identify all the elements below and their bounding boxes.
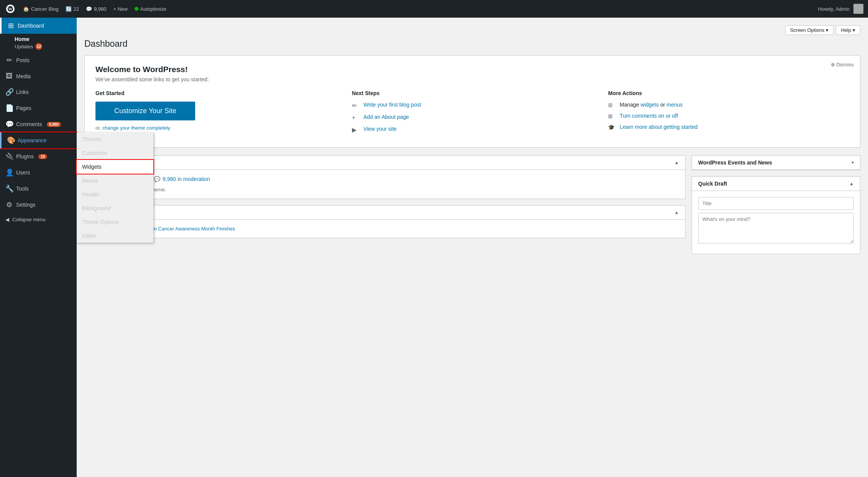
manage-icon: ⊞ [608, 102, 616, 108]
collapse-menu-item[interactable]: ◀ Collapse menu [0, 213, 77, 226]
submenu-theme-options[interactable]: Theme Options [77, 215, 153, 229]
more-action-2: ⊠ Turn comments on or off [608, 113, 849, 119]
view-site-link[interactable]: View your site [363, 126, 397, 132]
learn-icon: 🎓 [608, 124, 616, 130]
add-icon: + [352, 114, 360, 121]
next-step-2: + Add an About page [352, 114, 593, 121]
comment-count-icon: 💬 [154, 176, 160, 182]
comments-icon: 💬 [86, 6, 92, 12]
adminbar-comments[interactable]: 💬 9,980 [86, 6, 107, 12]
add-about-page-link[interactable]: Add an About page [363, 114, 409, 120]
next-steps-title: Next Steps [352, 90, 593, 96]
adminbar-new[interactable]: + New [113, 6, 128, 12]
comments-badge: 9,980 [47, 122, 61, 127]
menus-link[interactable]: menus [667, 102, 683, 108]
submenu-menus[interactable]: Menus [77, 174, 153, 188]
tools-icon: 🔧 [5, 184, 13, 193]
howdy-text: Howdy, Admin [818, 6, 850, 12]
adminbar-updates[interactable]: 🔄 22 [66, 6, 79, 12]
recent-post-link[interactable]: Colon Cancer Awareness Month Finishes [144, 226, 235, 232]
dismiss-button[interactable]: ⊗ Dismiss [831, 62, 854, 67]
quick-draft-widget: Quick Draft ▲ [692, 176, 860, 254]
change-theme-link[interactable]: change your theme completely [102, 125, 170, 131]
sidebar-item-pages[interactable]: 📄 Pages [0, 100, 77, 116]
welcome-col-next-steps: Next Steps ✏ Write your first blog post … [352, 90, 593, 138]
media-icon: 🖼 [5, 72, 13, 80]
comments-count-link[interactable]: 9,980 in moderation [163, 176, 210, 182]
dashboard-right-col: WordPress Events and News ▾ Quick Draft … [692, 155, 860, 260]
sidebar-item-users[interactable]: 👤 Users [0, 164, 77, 181]
at-a-glance-header[interactable]: At a Glance ▲ [85, 156, 685, 170]
sidebar-item-posts[interactable]: ✏ Posts [0, 52, 77, 68]
screen-options-button[interactable]: Screen Options ▾ [785, 25, 834, 35]
view-icon: ▶ [352, 126, 360, 133]
events-widget: WordPress Events and News ▾ [692, 155, 860, 170]
submenu-header[interactable]: Header [77, 188, 153, 201]
quick-draft-title: Quick Draft [698, 181, 727, 187]
plugins-icon: 🔌 [5, 152, 13, 161]
wp-logo[interactable]: W [5, 3, 16, 15]
recently-published-toggle: ▲ [674, 210, 679, 215]
sidebar-home-section: Home Updates 22 [0, 34, 77, 52]
comments-toggle-link[interactable]: Turn comments on or off [620, 113, 678, 119]
submenu-widgets[interactable]: Widgets [77, 160, 153, 174]
updates-icon: 🔄 [66, 6, 72, 12]
recently-published-header[interactable]: Recently Published ▲ [85, 206, 685, 220]
quick-draft-body-input[interactable] [698, 213, 854, 243]
submenu-themes[interactable]: Themes [77, 132, 153, 146]
posts-icon: ✏ [5, 56, 13, 64]
sidebar-item-settings[interactable]: ⚙ Settings [0, 197, 77, 213]
next-step-1: ✏ Write your first blog post [352, 102, 593, 109]
learn-more-link[interactable]: Learn more about getting started [620, 124, 697, 130]
submenu-customize[interactable]: Customize [77, 146, 153, 160]
submenu-editor[interactable]: Editor [77, 229, 153, 243]
users-icon: 👤 [5, 168, 13, 177]
more-action-3: 🎓 Learn more about getting started [608, 124, 849, 130]
sidebar: ⊞ Dashboard Home Updates 22 ✏ Posts 🖼 Me… [0, 18, 77, 477]
submenu-background[interactable]: Background [77, 201, 153, 215]
sidebar-item-plugins[interactable]: 🔌 Plugins 18 [0, 148, 77, 164]
recently-published-body: Mar 29th 2015, 11:54 pm Colon Cancer Awa… [85, 220, 685, 238]
collapse-icon: ◀ [5, 217, 9, 222]
sidebar-item-comments[interactable]: 💬 Comments 9,980 [0, 116, 77, 132]
autoptimize-dot [135, 7, 138, 11]
sidebar-appearance-wrapper: 🎨 Appearance Themes Customize Widgets Me… [0, 132, 77, 148]
chevron-down-icon: ▾ [826, 27, 829, 33]
quick-draft-title-input[interactable] [698, 197, 854, 210]
help-button[interactable]: Help ▾ [836, 25, 860, 35]
admin-bar: W 🏠 Cancer Blog 🔄 22 💬 9,980 + New Autop… [0, 0, 868, 18]
sidebar-item-media[interactable]: 🖼 Media [0, 68, 77, 84]
welcome-columns: Get Started Customize Your Site or, chan… [95, 90, 849, 138]
events-header[interactable]: WordPress Events and News ▾ [692, 156, 860, 170]
plugins-badge: 18 [38, 154, 47, 159]
main-content: Screen Options ▾ Help ▾ Dashboard ⊗ Dism… [77, 18, 868, 477]
quick-draft-header[interactable]: Quick Draft ▲ [692, 177, 860, 191]
edit-icon: ✏ [352, 102, 360, 109]
chevron-down-icon-help: ▾ [853, 27, 855, 33]
glance-theme-text: running the Twenty Eleven theme. [91, 187, 679, 192]
quick-draft-body [692, 191, 860, 254]
welcome-subtitle: We've assembled some links to get you st… [95, 76, 849, 82]
welcome-col-get-started: Get Started Customize Your Site or, chan… [95, 90, 337, 138]
page-title: Dashboard [84, 39, 860, 49]
glance-toggle-icon: ▲ [674, 160, 679, 165]
widgets-link[interactable]: widgets [641, 102, 659, 108]
sidebar-home-label[interactable]: Home [15, 36, 71, 42]
top-bar: Screen Options ▾ Help ▾ [84, 25, 860, 35]
sidebar-item-links[interactable]: 🔗 Links [0, 84, 77, 100]
sidebar-item-dashboard[interactable]: ⊞ Dashboard [0, 18, 77, 34]
sidebar-updates-row[interactable]: Updates 22 [15, 42, 71, 50]
write-blog-post-link[interactable]: Write your first blog post [363, 102, 421, 108]
sidebar-item-appearance[interactable]: 🎨 Appearance [0, 132, 77, 148]
welcome-col-more-actions: More Actions ⊞ Manage widgets or menus ⊠… [608, 90, 849, 138]
settings-icon: ⚙ [5, 201, 13, 209]
customize-site-button[interactable]: Customize Your Site [95, 102, 195, 120]
adminbar-site-name[interactable]: 🏠 Cancer Blog [23, 6, 59, 12]
appearance-icon: 🎨 [7, 136, 15, 145]
welcome-title: Welcome to WordPress! [95, 65, 849, 74]
adminbar-autoptimize[interactable]: Autoptimize [135, 6, 166, 12]
welcome-panel: ⊗ Dismiss Welcome to WordPress! We've as… [84, 55, 860, 148]
pages-icon: 📄 [5, 104, 13, 112]
glance-items: ✏ 1 Post 📄 6 Pages 💬 9,980 in moderation [91, 176, 679, 182]
sidebar-item-tools[interactable]: 🔧 Tools [0, 181, 77, 197]
